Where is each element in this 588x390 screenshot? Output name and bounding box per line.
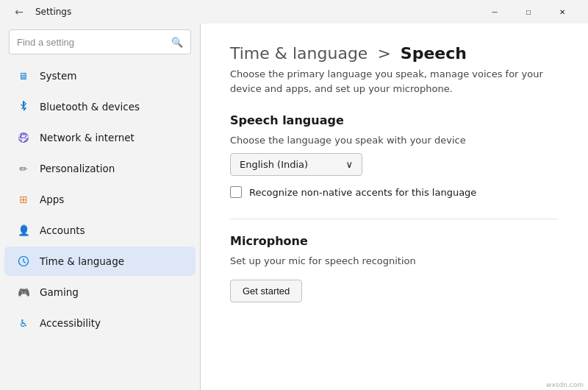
window-controls: ─ □ ✕ bbox=[478, 0, 579, 24]
app-title: Settings bbox=[35, 7, 71, 17]
personalization-icon: ✏ bbox=[16, 161, 31, 176]
bluetooth-icon bbox=[16, 99, 31, 114]
sidebar-label-accounts: Accounts bbox=[40, 224, 85, 236]
sidebar: 🔍 🖥 System Bluetooth & devices Network &… bbox=[0, 24, 200, 390]
page-description: Choose the primary language you speak, m… bbox=[230, 67, 559, 96]
breadcrumb-separator: > bbox=[377, 44, 390, 63]
search-box[interactable]: 🔍 bbox=[9, 29, 191, 54]
accent-checkbox[interactable] bbox=[230, 186, 242, 198]
speech-language-subtitle: Choose the language you speak with your … bbox=[230, 135, 559, 146]
language-dropdown[interactable]: English (India) ∨ bbox=[230, 153, 362, 176]
maximize-button[interactable]: □ bbox=[512, 0, 545, 24]
section-divider bbox=[230, 219, 559, 219]
sidebar-label-gaming: Gaming bbox=[40, 286, 79, 298]
sidebar-item-accounts[interactable]: 👤 Accounts bbox=[4, 216, 196, 245]
get-started-button[interactable]: Get started bbox=[230, 280, 302, 302]
sidebar-item-system[interactable]: 🖥 System bbox=[4, 61, 196, 91]
sidebar-label-accessibility: Accessibility bbox=[40, 317, 101, 329]
sidebar-item-time[interactable]: Time & language bbox=[4, 247, 196, 276]
app-body: 🔍 🖥 System Bluetooth & devices Network &… bbox=[0, 24, 588, 390]
sidebar-item-gaming[interactable]: 🎮 Gaming bbox=[4, 277, 196, 307]
accent-checkbox-label: Recognize non-native accents for this la… bbox=[249, 187, 476, 198]
time-icon bbox=[16, 254, 31, 269]
page-header: Time & language > Speech Choose the prim… bbox=[230, 44, 559, 96]
speech-language-section: Speech language Choose the language you … bbox=[230, 113, 559, 198]
language-dropdown-value: English (India) bbox=[240, 159, 308, 170]
titlebar-left: ← Settings bbox=[9, 1, 71, 22]
accounts-icon: 👤 bbox=[16, 223, 31, 238]
back-button[interactable]: ← bbox=[9, 1, 29, 22]
titlebar: ← Settings ─ □ ✕ bbox=[0, 0, 588, 24]
microphone-subtitle: Set up your mic for speech recognition bbox=[230, 255, 559, 266]
sidebar-label-personalization: Personalization bbox=[40, 163, 115, 174]
sidebar-label-time: Time & language bbox=[40, 255, 124, 267]
speech-language-title: Speech language bbox=[230, 113, 559, 127]
sidebar-label-bluetooth: Bluetooth & devices bbox=[40, 101, 140, 113]
microphone-title: Microphone bbox=[230, 234, 559, 248]
gaming-icon: 🎮 bbox=[16, 285, 31, 299]
sidebar-item-apps[interactable]: ⊞ Apps bbox=[4, 185, 196, 214]
sidebar-label-system: System bbox=[40, 70, 76, 82]
network-icon bbox=[16, 130, 31, 145]
minimize-button[interactable]: ─ bbox=[478, 0, 512, 24]
close-button[interactable]: ✕ bbox=[545, 0, 579, 24]
breadcrumb-parent[interactable]: Time & language bbox=[230, 44, 368, 63]
sidebar-item-network[interactable]: Network & internet bbox=[4, 123, 196, 152]
breadcrumb-current: Speech bbox=[401, 44, 467, 63]
search-icon: 🔍 bbox=[171, 37, 183, 48]
sidebar-label-network: Network & internet bbox=[40, 132, 135, 143]
accessibility-icon: ♿ bbox=[16, 316, 31, 330]
microphone-section: Microphone Set up your mic for speech re… bbox=[230, 234, 559, 302]
sidebar-item-personalization[interactable]: ✏ Personalization bbox=[4, 154, 196, 183]
system-icon: 🖥 bbox=[16, 68, 31, 83]
chevron-down-icon: ∨ bbox=[345, 159, 353, 170]
apps-icon: ⊞ bbox=[16, 192, 31, 207]
breadcrumb: Time & language > Speech bbox=[230, 44, 559, 63]
sidebar-item-accessibility[interactable]: ♿ Accessibility bbox=[4, 308, 196, 338]
sidebar-label-apps: Apps bbox=[40, 194, 64, 205]
content-area: Time & language > Speech Choose the prim… bbox=[201, 24, 588, 390]
sidebar-item-bluetooth[interactable]: Bluetooth & devices bbox=[4, 92, 196, 121]
search-input[interactable] bbox=[17, 37, 171, 48]
accent-checkbox-row[interactable]: Recognize non-native accents for this la… bbox=[230, 186, 559, 198]
